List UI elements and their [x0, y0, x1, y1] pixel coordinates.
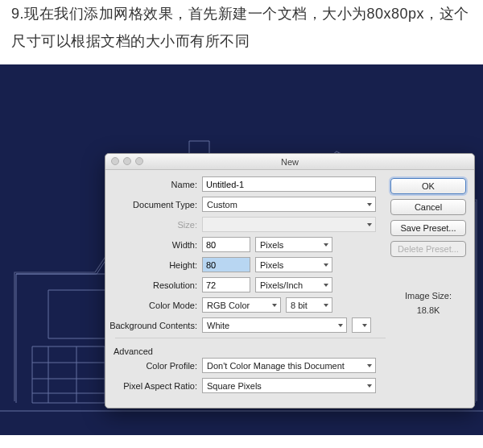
label-height: Height:	[105, 260, 202, 270]
bgcolor-swatch[interactable]	[352, 317, 371, 333]
label-pixelaspect: Pixel Aspect Ratio:	[105, 381, 202, 391]
resolution-input[interactable]	[202, 277, 250, 292]
background-screenshot: New Name: Document Type: Custom Size: Wi…	[0, 64, 483, 435]
label-resolution: Resolution:	[105, 280, 202, 290]
label-bgcontents: Background Contents:	[105, 321, 202, 330]
label-name: Name:	[105, 180, 202, 189]
resolution-unit-select[interactable]: Pixels/Inch	[255, 277, 332, 292]
label-size: Size:	[105, 220, 202, 230]
new-document-dialog: New Name: Document Type: Custom Size: Wi…	[105, 153, 475, 409]
cancel-button[interactable]: Cancel	[390, 199, 466, 215]
width-input[interactable]	[202, 237, 250, 252]
label-colorprofile: Color Profile:	[105, 361, 202, 371]
height-unit-select[interactable]: Pixels	[255, 257, 332, 272]
name-input[interactable]	[202, 176, 376, 192]
image-size-readout: Image Size: 18.8K	[390, 289, 466, 317]
save-preset-button[interactable]: Save Preset...	[390, 220, 466, 236]
bgcontents-select[interactable]: White	[202, 317, 347, 333]
label-colormode: Color Mode:	[105, 301, 202, 310]
size-select	[202, 217, 376, 232]
image-size-value: 18.8K	[390, 304, 466, 318]
dialog-titlebar[interactable]: New	[105, 154, 474, 170]
window-zoom-dot[interactable]	[135, 157, 143, 165]
doctype-select[interactable]: Custom	[202, 197, 376, 212]
window-controls	[111, 157, 143, 165]
label-doctype: Document Type:	[105, 200, 202, 209]
window-close-dot[interactable]	[111, 157, 119, 165]
delete-preset-button: Delete Preset...	[390, 241, 466, 257]
ok-button[interactable]: OK	[390, 178, 466, 194]
article-step-text: 9.现在我们添加网格效果，首先新建一个文档，大小为80x80px，这个尺寸可以根…	[0, 0, 483, 64]
window-min-dot[interactable]	[123, 157, 131, 165]
width-unit-select[interactable]: Pixels	[255, 237, 332, 252]
label-width: Width:	[105, 240, 202, 250]
colorprofile-select[interactable]: Don't Color Manage this Document	[202, 358, 376, 373]
dialog-form-column: Name: Document Type: Custom Size: Width:…	[105, 176, 386, 398]
dialog-side-column: OK Cancel Save Preset... Delete Preset..…	[386, 176, 466, 398]
advanced-section-label: Advanced	[105, 343, 386, 358]
pixelaspect-select[interactable]: Square Pixels	[202, 378, 376, 393]
colormode-select[interactable]: RGB Color	[202, 297, 281, 313]
dialog-title: New	[281, 157, 299, 167]
image-size-label: Image Size:	[390, 289, 466, 304]
height-input[interactable]	[202, 257, 250, 272]
bitdepth-select[interactable]: 8 bit	[286, 297, 332, 313]
